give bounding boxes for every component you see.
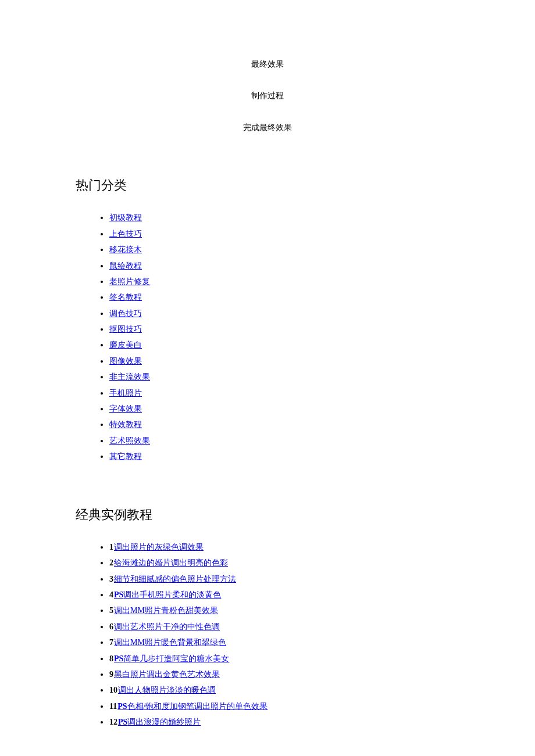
list-item: 2给海滩边的婚片调出明亮的色彩 — [109, 557, 459, 569]
tutorial-number: 6 — [109, 622, 113, 631]
category-link[interactable]: 移花接木 — [109, 245, 142, 254]
category-link[interactable]: 上色技巧 — [109, 230, 142, 238]
tutorial-link[interactable]: 黑白照片调出金黄色艺术效果 — [114, 670, 220, 679]
list-item: 1调出照片的灰绿色调效果 — [109, 541, 459, 554]
intro-block: 最终效果 制作过程 完成最终效果 — [76, 58, 459, 134]
tutorials-heading: 经典实例教程 — [76, 504, 459, 525]
intro-line-2: 制作过程 — [76, 89, 459, 102]
ps-prefix: PS — [117, 702, 127, 711]
tutorial-title: 调出手机照片柔和的淡黄色 — [123, 590, 221, 599]
list-item: 非主流效果 — [109, 371, 459, 384]
category-link[interactable]: 非主流效果 — [109, 372, 150, 381]
category-link[interactable]: 抠图技巧 — [109, 325, 142, 334]
list-item: 5调出MM照片青粉色甜美效果 — [109, 604, 459, 617]
tutorial-link[interactable]: PS调出浪漫的婚纱照片 — [118, 718, 201, 726]
tutorial-number: 10 — [109, 686, 117, 694]
list-item: 初级教程 — [109, 212, 459, 224]
list-item: 3细节和细腻感的偏色照片处理方法 — [109, 573, 459, 586]
tutorial-number: 9 — [109, 670, 113, 679]
tutorial-title: 调出MM照片青粉色甜美效果 — [114, 606, 218, 615]
list-item: 6调出艺术照片干净的中性色调 — [109, 621, 459, 633]
tutorial-number: 8 — [109, 654, 113, 663]
tutorial-number: 5 — [109, 606, 113, 615]
tutorial-number: 3 — [109, 575, 113, 583]
ps-prefix: PS — [118, 718, 127, 726]
list-item: 移花接木 — [109, 243, 459, 256]
list-item: 特效教程 — [109, 418, 459, 431]
tutorial-link[interactable]: 调出艺术照片干净的中性色调 — [114, 622, 220, 631]
tutorial-number: 4 — [109, 590, 113, 599]
list-item: 调色技巧 — [109, 307, 459, 320]
list-item: 磨皮美白 — [109, 339, 459, 352]
category-link[interactable]: 磨皮美白 — [109, 341, 142, 349]
category-link[interactable]: 图像效果 — [109, 357, 142, 366]
tutorial-title: 调出MM照片暖色背景和翠绿色 — [114, 638, 226, 647]
document-page: 最终效果 制作过程 完成最终效果 热门分类 初级教程上色技巧移花接木鼠绘教程老照… — [0, 0, 535, 756]
list-item: 10调出人物照片淡淡的暖色调 — [109, 684, 459, 697]
list-item: 8PS简单几步打造阿宝的糖水美女 — [109, 653, 459, 665]
tutorial-link[interactable]: 调出人物照片淡淡的暖色调 — [118, 686, 216, 694]
intro-line-1: 最终效果 — [76, 58, 459, 71]
list-item: 4PS调出手机照片柔和的淡黄色 — [109, 589, 459, 601]
category-link[interactable]: 字体效果 — [109, 404, 142, 413]
list-item: 艺术照效果 — [109, 435, 459, 447]
tutorial-link[interactable]: PS调出手机照片柔和的淡黄色 — [114, 590, 221, 599]
category-link[interactable]: 调色技巧 — [109, 309, 142, 318]
tutorial-number: 12 — [109, 718, 117, 726]
list-item: 抠图技巧 — [109, 323, 459, 336]
list-item: 7调出MM照片暖色背景和翠绿色 — [109, 636, 459, 649]
category-link[interactable]: 手机照片 — [109, 389, 142, 397]
tutorial-number: 2 — [109, 558, 113, 567]
list-item: 12PS调出浪漫的婚纱照片 — [109, 716, 459, 729]
category-link[interactable]: 老照片修复 — [109, 277, 150, 286]
tutorial-link[interactable]: PS简单几步打造阿宝的糖水美女 — [114, 654, 229, 663]
list-item: 鼠绘教程 — [109, 260, 459, 273]
tutorial-number: 7 — [109, 638, 113, 647]
tutorial-title: 细节和细腻感的偏色照片处理方法 — [114, 575, 236, 583]
ps-prefix: PS — [114, 654, 123, 663]
list-item: 11PS色相/饱和度加钢笔调出照片的单色效果 — [109, 700, 459, 713]
category-link[interactable]: 其它教程 — [109, 452, 142, 461]
category-link[interactable]: 初级教程 — [109, 213, 142, 222]
list-item: 上色技巧 — [109, 228, 459, 241]
list-item: 其它教程 — [109, 450, 459, 463]
intro-line-3: 完成最终效果 — [76, 121, 459, 134]
list-item: 图像效果 — [109, 355, 459, 368]
categories-heading: 热门分类 — [76, 175, 459, 195]
tutorial-number: 1 — [109, 543, 113, 551]
tutorial-title: 调出照片的灰绿色调效果 — [114, 543, 204, 551]
list-item: 9黑白照片调出金黄色艺术效果 — [109, 668, 459, 681]
category-link[interactable]: 艺术照效果 — [109, 436, 150, 445]
tutorial-link[interactable]: 调出MM照片暖色背景和翠绿色 — [114, 638, 226, 647]
categories-list: 初级教程上色技巧移花接木鼠绘教程老照片修复签名教程调色技巧抠图技巧磨皮美白图像效… — [76, 212, 459, 463]
tutorial-title: 给海滩边的婚片调出明亮的色彩 — [114, 558, 228, 567]
tutorial-link[interactable]: PS色相/饱和度加钢笔调出照片的单色效果 — [117, 702, 268, 711]
tutorial-link[interactable]: 细节和细腻感的偏色照片处理方法 — [114, 575, 236, 583]
tutorial-link[interactable]: 调出MM照片青粉色甜美效果 — [114, 606, 218, 615]
ps-prefix: PS — [114, 590, 123, 599]
list-item: 字体效果 — [109, 403, 459, 415]
category-link[interactable]: 签名教程 — [109, 293, 142, 302]
tutorial-link[interactable]: 调出照片的灰绿色调效果 — [114, 543, 204, 551]
tutorials-list: 1调出照片的灰绿色调效果2给海滩边的婚片调出明亮的色彩3细节和细腻感的偏色照片处… — [76, 541, 459, 729]
category-link[interactable]: 特效教程 — [109, 420, 142, 429]
list-item: 手机照片 — [109, 387, 459, 400]
tutorial-title: 调出人物照片淡淡的暖色调 — [118, 686, 216, 694]
tutorial-title: 黑白照片调出金黄色艺术效果 — [114, 670, 220, 679]
tutorial-link[interactable]: 给海滩边的婚片调出明亮的色彩 — [114, 558, 228, 567]
tutorial-title: 调出艺术照片干净的中性色调 — [114, 622, 220, 631]
tutorial-number: 11 — [109, 702, 117, 711]
list-item: 老照片修复 — [109, 275, 459, 288]
tutorial-title: 调出浪漫的婚纱照片 — [127, 718, 201, 726]
tutorial-title: 色相/饱和度加钢笔调出照片的单色效果 — [127, 702, 268, 711]
list-item: 签名教程 — [109, 291, 459, 304]
category-link[interactable]: 鼠绘教程 — [109, 261, 142, 270]
tutorial-title: 简单几步打造阿宝的糖水美女 — [123, 654, 229, 663]
